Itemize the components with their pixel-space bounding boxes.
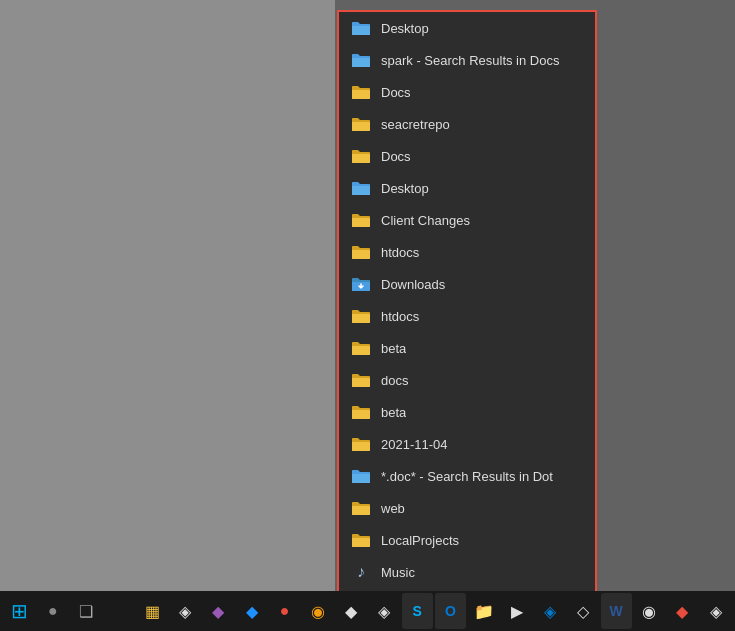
folder-icon [351,18,371,38]
folder-icon [351,530,371,550]
item-label: Desktop [381,181,429,196]
dropdown-item[interactable]: Client Changes [339,204,595,236]
media-button[interactable]: ▶ [501,593,532,629]
skype-button[interactable]: S [402,593,433,629]
item-label: spark - Search Results in Docs [381,53,559,68]
folder-icon [351,178,371,198]
folder-icon [351,370,371,390]
dropdown-item[interactable]: Docs [339,140,595,172]
folder-icon [351,402,371,422]
item-label: Music [381,565,415,580]
folder-dropdown[interactable]: Desktop spark - Search Results in Docs D… [337,10,597,610]
item-label: *.doc* - Search Results in Dot [381,469,553,484]
folder-icon [351,274,371,294]
item-label: Docs [381,149,411,164]
folder-icon [351,210,371,230]
item-label: htdocs [381,309,419,324]
tb2-button[interactable]: ◈ [170,593,201,629]
vscode-button[interactable]: ◈ [534,593,565,629]
folder-icon [351,242,371,262]
tb5-button[interactable]: ● [269,593,300,629]
item-label: htdocs [381,245,419,260]
folder-icon [351,498,371,518]
tb12-button[interactable]: ◈ [700,593,731,629]
folder-icon [351,434,371,454]
dropdown-item[interactable]: Docs [339,76,595,108]
music-icon: ♪ [351,562,371,582]
outlook-button[interactable]: O [435,593,466,629]
dropdown-item[interactable]: htdocs [339,300,595,332]
folder-icon [351,338,371,358]
dropdown-item[interactable]: web [339,492,595,524]
dropdown-item[interactable]: 2021-11-04 [339,428,595,460]
item-label: web [381,501,405,516]
item-label: Client Changes [381,213,470,228]
dropdown-item[interactable]: *.doc* - Search Results in Dot [339,460,595,492]
folder-icon [351,466,371,486]
start-button[interactable]: ⊞ [4,593,35,629]
dropdown-item[interactable]: seacretrepo [339,108,595,140]
dropdown-item[interactable]: beta [339,396,595,428]
folder-icon [351,306,371,326]
dropdown-item[interactable]: docs [339,364,595,396]
dropdown-item[interactable]: spark - Search Results in Docs [339,44,595,76]
tb4-button[interactable]: ◆ [236,593,267,629]
item-label: beta [381,405,406,420]
task-view-button[interactable]: ❑ [70,593,101,629]
tb6-button[interactable]: ◉ [302,593,333,629]
search-button[interactable]: ● [37,593,68,629]
explorer-button[interactable]: 📁 [468,593,499,629]
tb9-button[interactable]: ◇ [567,593,598,629]
dropdown-item[interactable]: LocalProjects [339,524,595,556]
dropdown-item[interactable]: Downloads [339,268,595,300]
dropdown-item[interactable]: Desktop [339,172,595,204]
left-panel-background [0,0,335,631]
item-label: Docs [381,85,411,100]
dropdown-item[interactable]: htdocs [339,236,595,268]
item-label: docs [381,373,408,388]
item-label: seacretrepo [381,117,450,132]
item-label: beta [381,341,406,356]
item-label: 2021-11-04 [381,437,448,452]
word-button[interactable]: W [601,593,632,629]
tb11-button[interactable]: ◆ [667,593,698,629]
taskbar: ⊞●❑▦◈◆◆●◉◆◈SO📁▶◈◇W◉◆◈ [0,591,735,631]
folder-icon [351,50,371,70]
dropdown-item[interactable]: ♪Music [339,556,595,588]
dropdown-item[interactable]: Desktop [339,12,595,44]
tb8-button[interactable]: ◈ [369,593,400,629]
item-label: Desktop [381,21,429,36]
tb3-button[interactable]: ◆ [203,593,234,629]
item-label: Downloads [381,277,445,292]
tb7-button[interactable]: ◆ [335,593,366,629]
tb10-button[interactable]: ◉ [634,593,665,629]
chrome-button[interactable] [103,593,134,629]
dropdown-item[interactable]: beta [339,332,595,364]
tb1-button[interactable]: ▦ [137,593,168,629]
item-label: LocalProjects [381,533,459,548]
folder-icon [351,114,371,134]
folder-icon [351,146,371,166]
folder-icon [351,82,371,102]
